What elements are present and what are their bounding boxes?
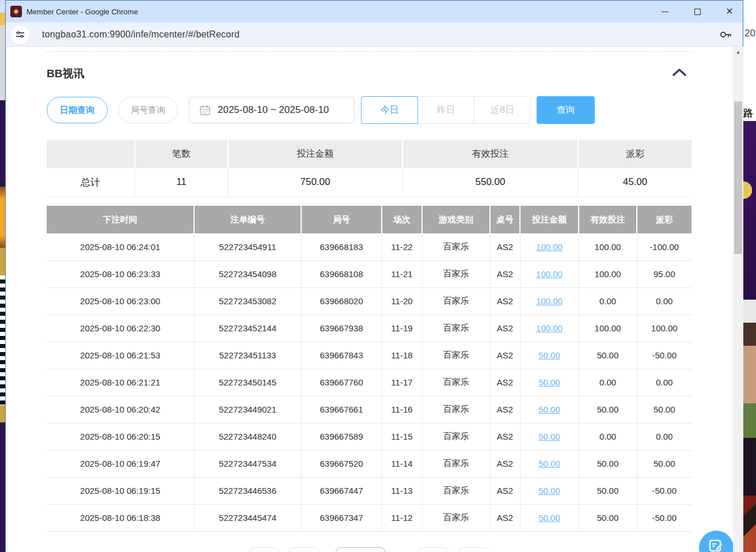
calendar-icon xyxy=(199,104,211,116)
summary-header-bet: 投注金额 xyxy=(228,140,402,168)
cell-bet-time: 2025-08-10 06:22:30 xyxy=(47,315,194,342)
bet-table-body: 2025-08-10 06:24:01522723454911639668183… xyxy=(47,233,692,531)
key-icon[interactable] xyxy=(719,28,732,43)
cell-valid-bet: 100.00 xyxy=(579,260,637,288)
bet-table-header-cell: 局号 xyxy=(301,206,382,233)
scrollbar-thumb[interactable] xyxy=(734,101,742,254)
close-button[interactable]: ✕ xyxy=(722,4,737,19)
summary-header-payout: 派彩 xyxy=(578,140,692,168)
cell-game-type: 百家乐 xyxy=(422,260,490,288)
window-title: Member Center - Google Chrome xyxy=(26,7,138,16)
cell-table-no: AS2 xyxy=(490,233,520,260)
bg-fragment xyxy=(743,496,756,552)
tune-icon xyxy=(16,30,25,39)
bet-records-table: 下注时间注单编号局号场次游戏类别桌号投注金额有效投注派彩 2025-08-10 … xyxy=(47,206,692,532)
scrollbar[interactable]: ▲ xyxy=(733,47,743,552)
cell-bet-amount: 50.00 xyxy=(520,369,579,396)
cell-payout: 0.00 xyxy=(637,288,692,315)
cell-table-no: AS2 xyxy=(490,369,520,396)
bg-fragment xyxy=(0,422,5,552)
yesterday-button[interactable]: 昨日 xyxy=(417,96,474,124)
bet-table-header-cell: 桌号 xyxy=(490,206,520,233)
bg-text-fragment: 路 xyxy=(743,107,753,120)
pagination-page-button[interactable] xyxy=(418,547,449,552)
bet-amount-link[interactable]: 50.00 xyxy=(538,404,560,414)
date-range-input[interactable]: 2025-08-10 ~ 2025-08-10 xyxy=(189,97,355,123)
cell-session: 11-21 xyxy=(382,260,422,288)
cell-bet-amount: 50.00 xyxy=(520,423,579,450)
cell-valid-bet: 50.00 xyxy=(579,477,637,504)
cell-order-id: 522723452144 xyxy=(194,315,301,342)
bet-amount-link[interactable]: 50.00 xyxy=(538,513,560,523)
bet-table-row: 2025-08-10 06:18:38522723445474639667347… xyxy=(47,504,692,531)
cell-session: 11-14 xyxy=(382,450,422,477)
site-favicon xyxy=(10,6,22,17)
cell-valid-bet: 0.00 xyxy=(579,423,637,450)
url-text[interactable]: tongbao31.com:9900/infe/mcenter/#/betRec… xyxy=(42,29,240,40)
pagination-page-button[interactable] xyxy=(288,547,319,552)
address-bar: tongbao31.com:9900/infe/mcenter/#/betRec… xyxy=(6,22,743,47)
bet-amount-link[interactable]: 50.00 xyxy=(538,377,560,387)
bg-fragment xyxy=(0,100,5,187)
pagination-next-button[interactable] xyxy=(458,547,489,552)
bet-amount-link[interactable]: 100.00 xyxy=(536,296,563,306)
summary-total-valid: 550.00 xyxy=(402,168,578,196)
today-button[interactable]: 今日 xyxy=(361,96,418,124)
cell-payout: -50.00 xyxy=(637,504,692,531)
cell-game-type: 百家乐 xyxy=(422,342,490,369)
bg-fragment xyxy=(743,0,756,121)
bet-table-header-cell: 场次 xyxy=(382,206,422,233)
cell-bet-amount: 50.00 xyxy=(520,396,579,423)
cell-payout: 95.00 xyxy=(637,260,692,288)
cell-round-id: 639668108 xyxy=(301,260,382,288)
bet-table-header-row: 下注时间注单编号局号场次游戏类别桌号投注金额有效投注派彩 xyxy=(47,206,692,233)
summary-total-payout: 45.00 xyxy=(578,168,692,196)
summary-total-bet: 750.00 xyxy=(228,168,402,196)
bg-text-fragment: 20 xyxy=(744,28,755,39)
bet-table-header-cell: 游戏类别 xyxy=(422,206,490,233)
last-8-days-button[interactable]: 近8日 xyxy=(474,96,531,124)
feedback-fab-button[interactable] xyxy=(699,531,733,552)
cell-order-id: 522723448240 xyxy=(194,423,301,450)
cell-game-type: 百家乐 xyxy=(422,288,490,315)
maximize-button[interactable] xyxy=(690,4,705,19)
cell-bet-time: 2025-08-10 06:23:00 xyxy=(47,288,194,315)
bet-amount-link[interactable]: 50.00 xyxy=(538,432,560,441)
pagination-prev-button[interactable] xyxy=(250,547,279,552)
cell-table-no: AS2 xyxy=(490,396,520,423)
bet-table-row: 2025-08-10 06:22:30522723452144639667938… xyxy=(47,315,692,342)
pagination-size-select[interactable] xyxy=(336,547,385,552)
cell-bet-amount: 100.00 xyxy=(520,315,579,342)
cell-table-no: AS2 xyxy=(490,342,520,369)
bet-amount-link[interactable]: 50.00 xyxy=(538,459,560,468)
site-settings-button[interactable] xyxy=(11,25,29,44)
bet-amount-link[interactable]: 100.00 xyxy=(536,323,563,333)
bet-amount-link[interactable]: 50.00 xyxy=(538,350,560,360)
cell-table-no: AS2 xyxy=(490,504,520,531)
bet-table-header-cell: 有效投注 xyxy=(579,206,637,233)
cell-bet-amount: 100.00 xyxy=(520,288,579,315)
bet-table-row: 2025-08-10 06:21:53522723451133639667843… xyxy=(47,342,692,369)
cell-payout: -100.00 xyxy=(637,233,692,260)
summary-table: 笔数 投注金额 有效投注 派彩 总计 11 750.00 550.00 45.0… xyxy=(47,140,692,197)
cell-bet-time: 2025-08-10 06:19:15 xyxy=(47,477,194,504)
cell-payout: -50.00 xyxy=(637,342,692,369)
cell-valid-bet: 0.00 xyxy=(579,288,637,315)
date-query-tab[interactable]: 日期查询 xyxy=(47,97,108,123)
window-titlebar: Member Center - Google Chrome ✕ xyxy=(6,1,743,22)
bg-photo-fragment xyxy=(743,323,756,438)
search-button[interactable]: 查询 xyxy=(537,96,595,124)
minimize-button[interactable] xyxy=(658,4,673,19)
bet-table-row: 2025-08-10 06:19:15522723446536639667447… xyxy=(47,477,692,504)
bg-folder-fragment xyxy=(0,13,5,25)
bet-amount-link[interactable]: 100.00 xyxy=(536,269,563,279)
browser-window: Member Center - Google Chrome ✕ tongbao3… xyxy=(5,0,743,552)
summary-header-count: 笔数 xyxy=(135,140,228,168)
round-query-tab[interactable]: 局号查询 xyxy=(118,97,178,123)
bet-amount-link[interactable]: 100.00 xyxy=(536,242,563,252)
collapse-section-button[interactable] xyxy=(672,67,687,79)
bet-table-row: 2025-08-10 06:23:33522723454098639668108… xyxy=(47,260,692,288)
bg-fragment xyxy=(0,187,5,248)
scrollbar-up-arrow[interactable]: ▲ xyxy=(733,48,743,56)
bet-amount-link[interactable]: 50.00 xyxy=(538,486,560,496)
